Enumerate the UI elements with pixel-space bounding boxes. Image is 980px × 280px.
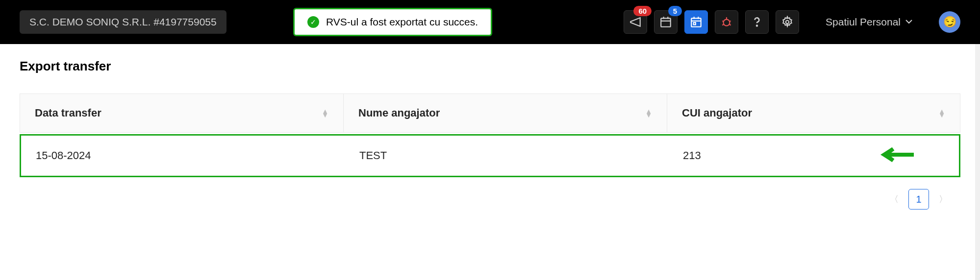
toast-message: RVS-ul a fost exportat cu succes. [326, 16, 478, 28]
svg-line-13 [722, 24, 724, 25]
bug-report-button[interactable] [715, 10, 738, 34]
column-label: Data transfer [35, 107, 101, 119]
column-label: CUI angajator [682, 107, 752, 119]
help-icon [751, 16, 763, 28]
space-selector[interactable]: Spatiul Personal [826, 16, 912, 28]
pagination-page-1[interactable]: 1 [908, 189, 929, 210]
sort-icon: ▲▼ [645, 109, 652, 117]
company-label: S.C. DEMO SONIQ S.R.L. #4197759055 [29, 16, 217, 27]
column-header-employer-cui[interactable]: CUI angajator ▲▼ [667, 94, 960, 132]
avatar[interactable]: 😏 [939, 11, 960, 33]
table-header: Data transfer ▲▼ Nume angajator ▲▼ CUI a… [20, 93, 960, 133]
gear-icon [781, 16, 794, 28]
svg-line-14 [729, 24, 730, 25]
column-label: Nume angajator [358, 107, 440, 119]
calendar-date-button[interactable] [684, 10, 708, 34]
svg-point-16 [786, 21, 789, 24]
sort-icon: ▲▼ [322, 109, 328, 117]
calendar-button[interactable]: 5 [654, 10, 678, 34]
svg-point-9 [724, 20, 730, 26]
svg-line-11 [722, 21, 724, 22]
scrollbar[interactable] [975, 44, 980, 280]
announcements-badge: 60 [633, 6, 652, 16]
pagination: 〈 1 〉 [20, 189, 960, 210]
calendar-badge: 5 [668, 6, 682, 16]
column-header-employer-name[interactable]: Nume angajator ▲▼ [344, 94, 667, 132]
cell-employer-cui: 213 [668, 136, 959, 176]
company-badge[interactable]: S.C. DEMO SONIQ S.R.L. #4197759055 [20, 10, 226, 34]
svg-point-15 [756, 25, 757, 26]
announcements-button[interactable]: 60 [624, 10, 647, 34]
svg-rect-0 [661, 18, 671, 26]
arrow-indicator-icon [880, 147, 915, 164]
cell-employer-name: TEST [345, 136, 668, 176]
toast-success: ✓ RVS-ul a fost exportat cu succes. [293, 8, 492, 36]
megaphone-icon [629, 16, 642, 28]
sort-icon: ▲▼ [938, 109, 945, 117]
settings-button[interactable] [776, 10, 799, 34]
chevron-down-icon [905, 20, 912, 24]
export-table: Data transfer ▲▼ Nume angajator ▲▼ CUI a… [20, 93, 960, 177]
bug-icon [720, 16, 733, 28]
table-row[interactable]: 15-08-2024 TEST 213 [20, 134, 960, 177]
page-title: Export transfer [20, 59, 960, 74]
help-button[interactable] [745, 10, 769, 34]
svg-line-12 [729, 21, 730, 22]
pagination-next: 〉 [936, 190, 951, 208]
calendar-date-icon [690, 16, 703, 28]
column-header-date[interactable]: Data transfer ▲▼ [20, 94, 344, 132]
checkmark-icon: ✓ [307, 16, 319, 28]
pagination-prev: 〈 [887, 190, 902, 208]
page-number-label: 1 [916, 194, 921, 205]
cell-date: 15-08-2024 [21, 136, 345, 176]
calendar-icon [659, 16, 672, 28]
svg-rect-8 [694, 23, 696, 24]
space-label: Spatiul Personal [826, 16, 901, 28]
